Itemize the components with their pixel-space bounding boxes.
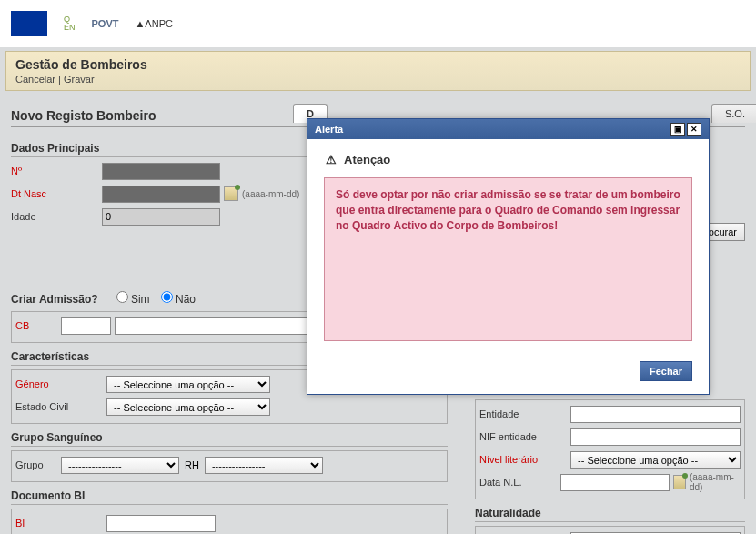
fechar-button[interactable]: Fechar xyxy=(640,361,692,381)
title-actions: Cancelar | Gravar xyxy=(15,74,741,85)
label-nif-entidade: NIF entidade xyxy=(479,431,570,442)
modal-title-text: Alerta xyxy=(315,124,343,135)
calendar-icon[interactable] xyxy=(673,475,686,489)
section-naturalidade: Naturalidade xyxy=(475,507,745,522)
section-documento-bi: Documento BI xyxy=(11,489,448,505)
input-entidade[interactable] xyxy=(570,406,741,423)
label-cb: CB xyxy=(15,320,61,331)
radio-nao[interactable]: Não xyxy=(161,291,196,306)
alert-modal: Alerta ▣ ✕ ⚠ Atenção Só deve optar por n… xyxy=(307,118,710,395)
cancel-link[interactable]: Cancelar xyxy=(15,74,55,85)
section-grupo-sanguineo: Grupo Sanguíneo xyxy=(11,431,448,447)
label-grupo: Grupo xyxy=(15,459,61,470)
header-logos: QEN POVT ▲ANPC xyxy=(0,0,756,47)
page-module-title: Gestão de Bombeiros xyxy=(15,57,741,72)
label-genero: Género xyxy=(15,378,106,389)
tab-so[interactable]: S.O. xyxy=(711,104,756,123)
label-rh: RH xyxy=(185,459,199,470)
anpc-logo: ▲ANPC xyxy=(135,18,172,29)
calendar-icon[interactable] xyxy=(224,186,238,201)
select-nivel-literario[interactable]: -- Seleccione uma opção -- xyxy=(570,451,741,469)
input-idade xyxy=(102,208,220,226)
eu-flag-logo xyxy=(11,11,47,36)
label-estado-civil: Estado Civil xyxy=(15,401,106,412)
date-hint: (aaaa-mm-dd) xyxy=(690,472,741,492)
label-data-nl: Data N.L. xyxy=(479,477,560,488)
label-idade: Idade xyxy=(11,211,102,222)
input-cb-code[interactable] xyxy=(61,317,111,335)
date-hint: (aaaa-mm-dd) xyxy=(242,189,299,199)
select-rh[interactable]: ---------------- xyxy=(205,457,323,474)
modal-minimize-icon[interactable]: ▣ xyxy=(670,123,685,136)
input-data-nl[interactable] xyxy=(560,474,670,491)
warning-icon: ⚠ xyxy=(324,152,338,166)
qren-logo: QEN xyxy=(64,15,76,32)
modal-heading: ⚠ Atenção xyxy=(324,152,692,166)
label-dt-nasc: Dt Nasc xyxy=(11,188,102,199)
modal-close-icon[interactable]: ✕ xyxy=(687,123,701,136)
select-grupo[interactable]: ---------------- xyxy=(61,457,179,474)
label-entidade: Entidade xyxy=(479,408,570,419)
input-no[interactable] xyxy=(102,163,220,180)
input-dt-nasc[interactable] xyxy=(102,186,220,203)
page-title: Novo Registo Bombeiro xyxy=(11,108,293,123)
label-bi: BI xyxy=(15,518,106,529)
label-nivel-literario: Nível literário xyxy=(479,454,570,465)
input-bi[interactable] xyxy=(106,515,216,532)
select-genero[interactable]: -- Seleccione uma opção -- xyxy=(106,376,270,393)
povt-logo: POVT xyxy=(92,18,119,29)
title-bar: Gestão de Bombeiros Cancelar | Gravar xyxy=(5,51,751,91)
save-link[interactable]: Gravar xyxy=(64,74,95,85)
label-no: Nº xyxy=(11,166,102,176)
input-nif-entidade[interactable] xyxy=(570,428,741,446)
modal-message: Só deve optar por não criar admissão se … xyxy=(324,177,692,341)
radio-sim[interactable]: Sim xyxy=(116,291,150,306)
modal-titlebar: Alerta ▣ ✕ xyxy=(307,119,709,139)
input-cb-name[interactable] xyxy=(115,317,333,335)
select-estado-civil[interactable]: -- Seleccione uma opção -- xyxy=(106,398,270,416)
